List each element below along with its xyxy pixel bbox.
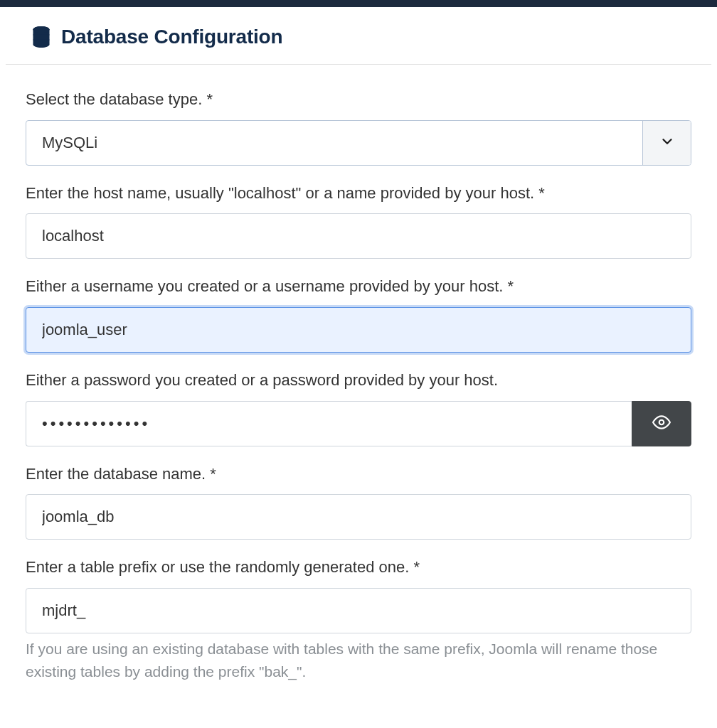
field-username: Either a username you created or a usern… [26,276,691,353]
field-prefix: Enter a table prefix or use the randomly… [26,557,691,682]
field-host: Enter the host name, usually "localhost"… [26,183,691,259]
page-title: Database Configuration [61,26,282,48]
field-dbtype: Select the database type. * MySQLi [26,89,691,166]
password-label: Either a password you created or a passw… [26,370,691,391]
prefix-help-text: If you are using an existing database wi… [26,638,691,682]
dbtype-select-wrap: MySQLi [26,120,691,166]
prefix-input[interactable] [26,588,691,633]
password-visibility-toggle[interactable] [632,401,691,446]
eye-icon [652,413,671,434]
dbname-label: Enter the database name. * [26,464,691,485]
field-dbname: Enter the database name. * [26,464,691,540]
password-input[interactable] [26,401,632,446]
password-wrap [26,401,691,446]
host-input[interactable] [26,213,691,259]
username-input[interactable] [26,307,691,353]
dbtype-select[interactable]: MySQLi [26,120,691,166]
field-password: Either a password you created or a passw… [26,370,691,446]
database-icon [31,26,51,48]
svg-point-3 [659,420,664,425]
dbtype-label: Select the database type. * [26,89,691,110]
top-bar [0,0,717,7]
db-config-form: Select the database type. * MySQLi Enter… [6,65,711,694]
host-label: Enter the host name, usually "localhost"… [26,183,691,204]
dbname-input[interactable] [26,494,691,540]
page-header: Database Configuration [6,7,711,65]
svg-point-1 [33,26,49,33]
username-label: Either a username you created or a usern… [26,276,691,297]
page-container: Database Configuration Select the databa… [0,7,717,694]
prefix-label: Enter a table prefix or use the randomly… [26,557,691,578]
